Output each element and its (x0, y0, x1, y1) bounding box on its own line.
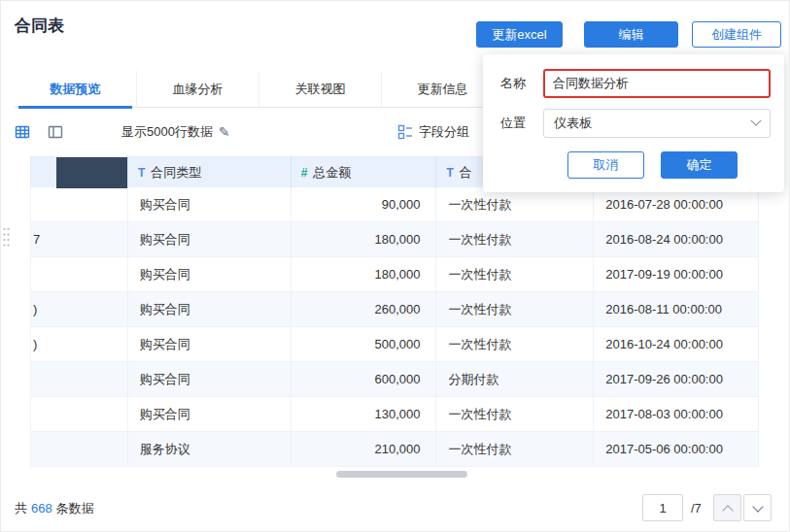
field-group-label: 字段分组 (419, 123, 469, 141)
table-row[interactable]: 购买合同600,000分期付款2017-09-26 00:00:00 (31, 362, 759, 397)
total-number[interactable]: 668 (31, 501, 52, 515)
table-cell-date: 2017-09-26 00:00:00 (594, 362, 759, 397)
previous-page-button[interactable] (713, 494, 741, 521)
table-cell-payment: 一次性付款 (436, 187, 594, 222)
page-number-input[interactable] (642, 494, 683, 521)
table-cell-type: 购买合同 (128, 257, 292, 292)
tab-lineage-analysis[interactable]: 血缘分析 (137, 71, 259, 108)
selected-column-header-block (56, 157, 127, 188)
table-row[interactable]: 服务协议210,000一次性付款2017-05-06 00:00:00 (31, 432, 759, 467)
table-cell-payment: 一次性付款 (436, 397, 594, 432)
table-cell-amount: 210,000 (292, 432, 437, 467)
table-cell-payment: 一次性付款 (436, 327, 594, 362)
page-title: 合同表 (15, 15, 64, 37)
update-excel-button[interactable]: 更新excel (476, 21, 563, 48)
column-header-label: 总金额 (313, 165, 351, 180)
table-cell-type: 购买合同 (128, 187, 292, 222)
page-total-label: /7 (691, 501, 702, 515)
table-row[interactable]: )购买合同260,000一次性付款2016-08-11 00:00:00 (31, 292, 759, 327)
table-cell-date: 2016-08-24 00:00:00 (594, 222, 759, 257)
table-cell-left: ) (31, 327, 128, 362)
column-header-label: 合同类型 (151, 165, 201, 180)
confirm-button[interactable]: 确定 (661, 151, 738, 179)
location-select-value: 仪表板 (554, 115, 592, 132)
column-header-label: 合 (460, 165, 472, 180)
next-page-button[interactable] (743, 494, 772, 521)
table-cell-date: 2016-07-28 00:00:00 (594, 187, 759, 222)
table-row[interactable]: 购买合同90,000一次性付款2016-07-28 00:00:00 (31, 187, 759, 222)
create-component-dialog: 名称 位置 仪表板 取消 确定 (483, 54, 784, 192)
table-cell-left (31, 432, 128, 467)
table-cell-type: 购买合同 (128, 362, 292, 397)
table-cell-payment: 一次性付款 (436, 257, 594, 292)
table-cell-amount: 600,000 (292, 362, 437, 397)
table-cell-left (31, 362, 128, 397)
table-row[interactable]: 购买合同180,000一次性付款2017-09-19 00:00:00 (31, 257, 759, 292)
chevron-down-icon (752, 501, 763, 512)
table-cell-date: 2017-09-19 00:00:00 (594, 257, 759, 292)
data-table: T合同类型#总金额T合 购买合同90,000一次性付款2016-07-28 00… (30, 156, 759, 467)
name-label: 名称 (500, 75, 533, 92)
table-cell-left (31, 187, 128, 222)
table-cell-payment: 一次性付款 (436, 292, 594, 327)
table-cell-payment: 一次性付款 (436, 432, 594, 467)
horizontal-scrollbar[interactable] (336, 471, 467, 478)
table-cell-date: 2017-05-06 00:00:00 (594, 432, 759, 467)
table-cell-amount: 180,000 (292, 222, 437, 257)
location-label: 位置 (500, 115, 533, 132)
table-cell-amount: 90,000 (292, 187, 437, 222)
table-cell-type: 购买合同 (128, 222, 292, 257)
tab-related-view[interactable]: 关联视图 (259, 71, 382, 108)
tab-data-preview[interactable]: 数据预览 (15, 71, 137, 108)
create-component-button[interactable]: 创建组件 (692, 21, 781, 48)
table-cell-payment: 一次性付款 (436, 222, 594, 257)
grid-view-icon[interactable] (15, 124, 30, 140)
edit-button[interactable]: 编辑 (584, 21, 678, 48)
edit-rows-pencil-icon[interactable]: ✎ (219, 124, 230, 140)
display-rows-label: 显示5000行数据 (121, 123, 213, 141)
table-cell-amount: 500,000 (292, 327, 437, 362)
text-field-icon: T (138, 166, 145, 180)
table-cell-date: 2016-08-11 00:00:00 (594, 292, 759, 327)
freeze-column-icon[interactable] (48, 124, 63, 140)
app-window: 合同表 更新excel 编辑 创建组件 数据预览 血缘分析 关联视图 更新信息 … (0, 0, 790, 532)
table-cell-amount: 130,000 (292, 397, 437, 432)
table-cell-left (31, 257, 128, 292)
table-row[interactable]: )购买合同500,000一次性付款2016-10-24 00:00:00 (31, 327, 759, 362)
table-cell-left: ) (31, 292, 128, 327)
table-cell-amount: 260,000 (292, 292, 437, 327)
column-header-amount[interactable]: #总金额 (292, 157, 437, 188)
location-select[interactable]: 仪表板 (543, 109, 771, 138)
number-field-icon: # (301, 166, 308, 180)
total-count: 共668条数据 (15, 500, 94, 517)
table-row[interactable]: 7购买合同180,000一次性付款2016-08-24 00:00:00 (31, 222, 759, 257)
table-cell-type: 购买合同 (128, 327, 292, 362)
field-group-icon (397, 124, 413, 140)
panel-drag-handle[interactable] (2, 225, 11, 252)
table-cell-type: 购买合同 (128, 292, 292, 327)
field-group-button[interactable]: 字段分组 (397, 123, 469, 141)
table-body: 购买合同90,000一次性付款2016-07-28 00:00:007购买合同1… (30, 187, 759, 467)
text-field-icon: T (446, 166, 453, 180)
cancel-button[interactable]: 取消 (567, 151, 644, 179)
table-cell-type: 服务协议 (128, 432, 292, 467)
component-name-input[interactable] (543, 69, 771, 98)
table-cell-payment: 分期付款 (436, 362, 594, 397)
table-row[interactable]: 购买合同130,000一次性付款2017-08-03 00:00:00 (31, 397, 759, 432)
column-header-left[interactable] (31, 157, 128, 188)
table-cell-date: 2017-08-03 00:00:00 (594, 397, 759, 432)
total-suffix: 条数据 (56, 501, 94, 515)
table-cell-left: 7 (31, 222, 128, 257)
table-cell-left (31, 397, 128, 432)
table-cell-type: 购买合同 (128, 397, 292, 432)
column-header-type[interactable]: T合同类型 (128, 157, 292, 188)
chevron-down-icon (750, 116, 761, 126)
table-cell-amount: 180,000 (292, 257, 437, 292)
chevron-up-icon (722, 505, 733, 515)
total-prefix: 共 (15, 501, 27, 515)
table-cell-date: 2016-10-24 00:00:00 (594, 327, 759, 362)
